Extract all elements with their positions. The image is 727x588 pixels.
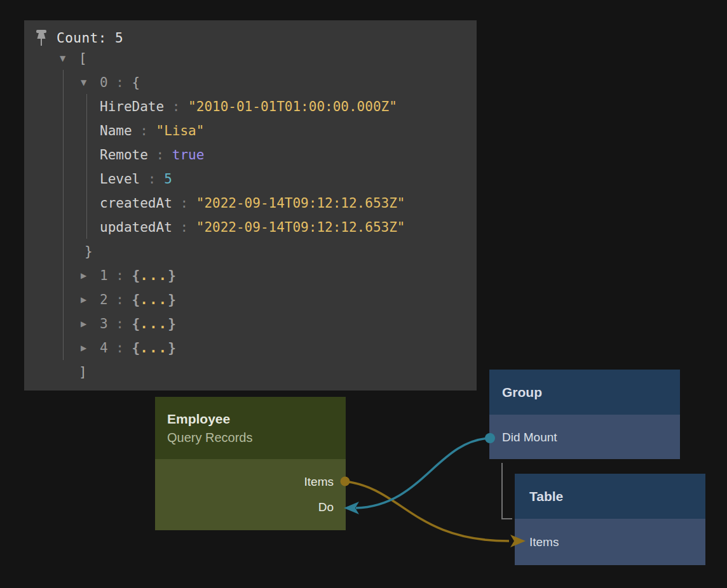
token: }: [168, 292, 176, 307]
token: :: [140, 171, 164, 187]
token: ...: [140, 292, 168, 307]
token: 0: [100, 75, 108, 90]
token: {: [132, 340, 140, 356]
tree-row-3: ▶3 : {...}: [24, 312, 477, 336]
tree-row-2: ▶2 : {...}: [24, 288, 477, 312]
node-group[interactable]: Group Did Mount: [489, 370, 680, 459]
token: {: [132, 292, 140, 307]
port-label-items[interactable]: Items: [304, 475, 334, 489]
tree-row-updatedAt: updatedAt : "2022-09-14T09:12:12.653Z": [24, 215, 477, 239]
json-inspector-panel: Count: 5 ▼[▼0 : {HireDate : "2010-01-01T…: [24, 20, 477, 391]
node-title: Employee: [167, 411, 346, 427]
token: 3: [100, 316, 108, 331]
token: "2022-09-14T09:12:12.653Z": [196, 196, 405, 211]
token: 5: [164, 171, 172, 187]
expand-arrow-icon[interactable]: ▶: [81, 319, 100, 328]
inspector-header: Count: 5: [35, 28, 123, 48]
token: :: [132, 123, 156, 138]
token: :: [172, 196, 196, 211]
token: {: [132, 75, 140, 90]
node-title: Group: [502, 385, 680, 400]
inspector-title: Count: 5: [57, 30, 123, 46]
collapse-arrow-icon[interactable]: ▼: [81, 78, 100, 87]
token: Name: [100, 123, 132, 138]
token: ]: [79, 364, 87, 380]
token: :: [108, 316, 132, 331]
token: }: [168, 340, 176, 356]
wire-didmount-to-do[interactable]: [356, 438, 490, 508]
port-label-items[interactable]: Items: [529, 535, 559, 549]
token: Level: [100, 171, 140, 187]
token: updatedAt: [100, 220, 172, 235]
expand-arrow-icon[interactable]: ▶: [81, 295, 100, 304]
token: 4: [100, 340, 108, 356]
token: }: [85, 244, 93, 259]
node-title: Table: [529, 489, 705, 504]
expand-arrow-icon[interactable]: ▶: [81, 271, 100, 280]
token: ...: [140, 340, 168, 356]
node-table-header: Table: [515, 474, 705, 519]
wire-do-arrowhead-icon: [344, 502, 359, 514]
token: :: [148, 147, 172, 163]
token: ...: [140, 316, 168, 331]
wire-items-to-table[interactable]: [345, 481, 509, 541]
port-label-did-mount[interactable]: Did Mount: [502, 431, 557, 444]
token: "2010-01-01T01:00:00.000Z": [188, 99, 397, 114]
token: [: [79, 51, 87, 66]
port-label-do[interactable]: Do: [318, 500, 334, 514]
indent-guide: [63, 70, 64, 360]
token: ...: [140, 268, 168, 283]
node-table[interactable]: Table Items: [515, 474, 705, 565]
tree-row-Name: Name : "Lisa": [24, 119, 477, 143]
node-employee-body: Items Do: [155, 459, 346, 530]
tree-row-HireDate: HireDate : "2010-01-01T01:00:00.000Z": [24, 95, 477, 119]
token: 1: [100, 268, 108, 283]
token: {: [132, 268, 140, 283]
node-group-body: Did Mount: [489, 415, 680, 459]
token: "Lisa": [156, 123, 205, 138]
tree-row-[: ▼[: [24, 46, 477, 70]
node-group-header: Group: [489, 370, 680, 415]
tree-row-createdAt: createdAt : "2022-09-14T09:12:12.653Z": [24, 191, 477, 215]
node-employee[interactable]: Employee Query Records Items Do: [155, 397, 346, 530]
token: :: [108, 340, 132, 356]
token: Remote: [100, 147, 148, 163]
token: createdAt: [100, 196, 172, 211]
token: :: [164, 99, 188, 114]
tree-row-Remote: Remote : true: [24, 143, 477, 167]
expand-arrow-icon[interactable]: ▶: [81, 344, 100, 352]
flow-editor-canvas: { "canvas": { "bg": "#141414" }, "inspec…: [0, 0, 727, 588]
pin-icon[interactable]: [35, 29, 48, 47]
token: }: [168, 268, 176, 283]
token: 2: [100, 292, 108, 307]
token: :: [108, 292, 132, 307]
token: "2022-09-14T09:12:12.653Z": [196, 220, 405, 235]
token: true: [172, 147, 205, 163]
tree-row-}: }: [24, 239, 477, 264]
collapse-arrow-icon[interactable]: ▼: [60, 54, 79, 63]
hierarchy-elbow-line: [502, 463, 512, 519]
tree-row-1: ▶1 : {...}: [24, 264, 477, 288]
tree-row-0: ▼0 : {: [24, 70, 477, 95]
node-table-body: Items: [515, 519, 705, 565]
tree-row-]: ]: [24, 360, 477, 384]
token: :: [108, 75, 132, 90]
token: HireDate: [100, 99, 164, 114]
node-subtitle: Query Records: [167, 431, 346, 445]
json-tree: ▼[▼0 : {HireDate : "2010-01-01T01:00:00.…: [24, 46, 477, 384]
tree-row-4: ▶4 : {...}: [24, 336, 477, 360]
token: }: [168, 316, 176, 331]
token: {: [132, 316, 140, 331]
tree-row-Level: Level : 5: [24, 167, 477, 191]
token: :: [172, 220, 196, 235]
indent-guide: [86, 94, 87, 239]
token: :: [108, 268, 132, 283]
node-employee-header: Employee Query Records: [155, 397, 346, 459]
